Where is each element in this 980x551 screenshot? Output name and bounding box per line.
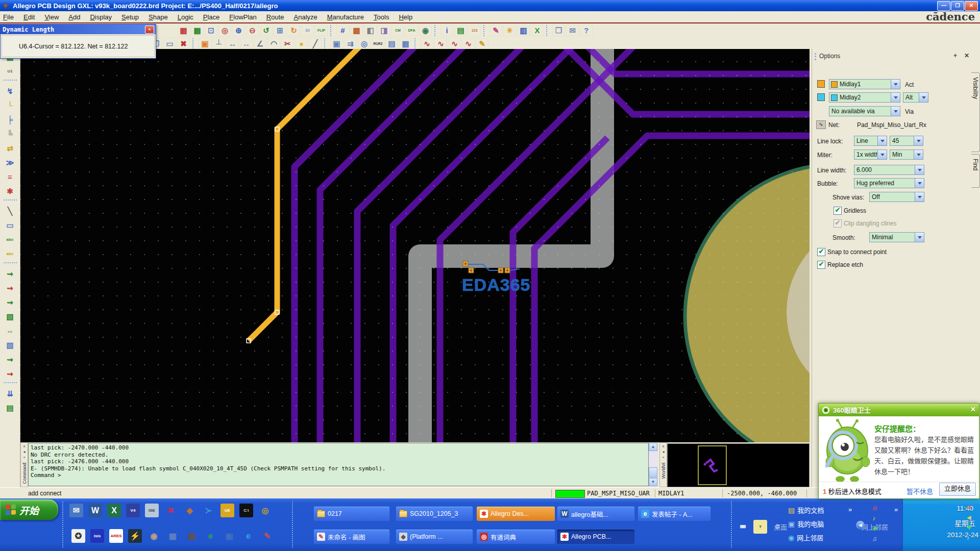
menu-edit[interactable]: Edit <box>23 13 35 21</box>
cut-icon[interactable]: ✂ <box>281 38 294 49</box>
pin-icon[interactable]: ┴ <box>212 38 225 49</box>
help-lang-icon[interactable]: ? <box>753 520 767 534</box>
v4-icon[interactable]: V4 <box>126 504 140 517</box>
shove-vias-arrow[interactable] <box>915 192 924 202</box>
zoom-fit-icon[interactable]: ⊞ <box>274 24 286 36</box>
angle-icon[interactable]: ∠ <box>254 38 266 49</box>
taskbar-button-allegro-pcb-[interactable]: ✱Allegro PCB... <box>557 530 634 544</box>
zoom-in-icon[interactable]: ⊕ <box>232 24 245 36</box>
rats-icon[interactable]: ⇉ <box>344 38 357 49</box>
scroll-up-icon[interactable]: ▲ <box>649 443 657 451</box>
color-dialog-icon[interactable]: ▩ <box>350 24 363 36</box>
tune-3-icon[interactable]: ∿ <box>448 38 461 49</box>
miter-size-dropdown[interactable]: 1x width <box>854 149 887 160</box>
taskbar-button-allegro-des-[interactable]: ✱Allegro Des... <box>477 507 555 521</box>
console-close-icon[interactable]: x <box>23 444 26 448</box>
menu-flowplan[interactable]: FlowPlan <box>229 13 256 21</box>
word-icon[interactable]: W <box>88 504 102 517</box>
tune-4-icon[interactable]: ∿ <box>462 38 475 49</box>
via-icon[interactable]: ● <box>295 38 308 49</box>
search-icon[interactable]: ◎ <box>258 504 272 517</box>
line-lock-type-arrow[interactable] <box>877 136 887 145</box>
edge-update-icon[interactable]: ⊕ <box>967 504 980 511</box>
menu-place[interactable]: Place <box>203 13 220 21</box>
tab-visibility[interactable]: Visibility <box>971 72 980 152</box>
alt-layer-dropdown[interactable]: Midlay2 <box>829 92 900 103</box>
line-lock-type-dropdown[interactable]: Line <box>854 136 887 146</box>
miter-size-arrow[interactable] <box>877 150 887 159</box>
miter-mode-dropdown[interactable]: Min <box>890 149 923 160</box>
pens-icon[interactable]: ✎ <box>260 529 274 543</box>
fanout-icon[interactable]: ≫ <box>3 156 18 169</box>
alt-dropdown-arrow[interactable] <box>891 93 900 102</box>
add-connect-icon[interactable]: ↯ <box>3 84 18 98</box>
export-mail-icon[interactable]: ✉ <box>566 24 579 36</box>
daemon-icon[interactable]: ⚡ <box>128 529 142 543</box>
act-layer-dropdown[interactable]: Midlay1 <box>829 79 900 89</box>
console-pin-icon[interactable]: + <box>23 455 26 460</box>
dimension-icon[interactable]: ↔ <box>226 38 239 49</box>
worldview-tab[interactable]: WorldVi <box>661 463 666 479</box>
multi-line-icon[interactable]: ≡ <box>3 170 18 184</box>
menu-file[interactable]: File <box>3 13 14 21</box>
console-scrollbar[interactable]: ▲ ▼ <box>649 443 657 486</box>
worldview-strip[interactable]: x ◂ + WorldVi <box>659 442 667 487</box>
menu-add[interactable]: Add <box>68 13 80 21</box>
rest-now-button[interactable]: 立即休息 <box>939 483 976 496</box>
excel-icon[interactable]: X <box>107 504 121 517</box>
dynamic-length-titlebar[interactable]: Dynamic Length ✕ <box>1 24 156 34</box>
menu-manufacture[interactable]: Manufacture <box>327 13 364 21</box>
rectangle-icon[interactable]: ▭ <box>3 218 18 232</box>
taskbar-button-sg2010_1205_3[interactable]: SG2010_1205_3 <box>396 507 473 521</box>
tray-collapse-icon[interactable]: ◀ <box>856 521 865 530</box>
etch-edit-icon[interactable]: ✎ <box>476 38 488 49</box>
menu-help[interactable]: Help <box>399 13 412 21</box>
popup-close-icon[interactable]: ✕ <box>970 406 976 413</box>
menu-route[interactable]: Route <box>266 13 284 21</box>
compare-icon[interactable]: ▤ <box>3 401 18 415</box>
save-drawing-icon[interactable]: ▦ <box>191 24 204 36</box>
taskbar-button--[interactable]: ✎未命名 - 画图 <box>314 530 389 544</box>
shadow-mode-icon[interactable]: ◨ <box>378 24 390 36</box>
open-drawing-icon[interactable]: ▦ <box>177 24 190 36</box>
worldview-map[interactable] <box>667 443 810 487</box>
rest-later-link[interactable]: 暂不休息 <box>906 486 933 496</box>
taskband-grip[interactable] <box>292 502 293 547</box>
view-3d-icon[interactable]: 3D <box>301 24 314 36</box>
stair-route-icon[interactable]: ╚ <box>3 127 18 141</box>
redraw-icon[interactable]: ↻ <box>287 24 300 36</box>
snake-etch-icon[interactable]: ⇝ <box>3 367 18 381</box>
drc-update-icon[interactable]: X <box>531 24 544 36</box>
panel-close-icon[interactable]: ✕ <box>964 52 969 59</box>
show-measure-icon[interactable]: ▤ <box>454 24 467 36</box>
menu-logic[interactable]: Logic <box>178 13 193 21</box>
spread-icon[interactable]: ⇊ <box>3 387 18 400</box>
console-collapse-icon[interactable]: ◂ <box>23 449 25 454</box>
via-dropdown[interactable]: No available via <box>829 106 900 116</box>
dimension2-icon[interactable]: ↔ <box>240 38 253 49</box>
taskbar-button--a-[interactable]: e发表帖子 - A... <box>638 507 710 521</box>
zoom-mode-icon[interactable]: ⊡ <box>205 24 217 36</box>
tune-2-icon[interactable]: ∿ <box>434 38 447 49</box>
delete-icon[interactable]: ✖ <box>177 38 190 49</box>
grid-toggle-icon[interactable]: # <box>336 24 349 36</box>
constraint-manager-icon[interactable]: CM <box>391 24 404 36</box>
desktop-link-my-computer[interactable]: ▣我的电脑 <box>788 519 824 529</box>
command-strip[interactable]: x ◂ + Command <box>20 442 28 487</box>
network-chevron[interactable]: » <box>894 506 898 513</box>
desktop-link-network-places[interactable]: ◉网上邻居 <box>788 533 823 542</box>
arc-icon[interactable]: ◠ <box>267 38 280 49</box>
cross-section-icon[interactable]: ◉ <box>419 24 432 36</box>
console-text[interactable]: last pick: -2470.000 -440.000 No DRC err… <box>28 443 649 486</box>
cmd-icon[interactable]: C:\ <box>239 504 253 517</box>
table-icon[interactable]: ▦ <box>399 38 412 49</box>
zoom-previous-icon[interactable]: ↺ <box>260 24 273 36</box>
browser360-icon[interactable]: e <box>204 529 217 543</box>
copy-icon[interactable]: ▣ <box>330 38 343 49</box>
tray-audio-icon[interactable]: ♫ <box>872 535 877 542</box>
via-dropdown-arrow[interactable] <box>891 107 900 116</box>
dynamic-length-window[interactable]: Dynamic Length ✕ U6.4-Cursor = 812.122. … <box>0 24 156 59</box>
miter-mode-arrow[interactable] <box>914 150 923 159</box>
worldview-collapse-icon[interactable]: ◂ <box>662 449 664 454</box>
menu-shape[interactable]: Shape <box>149 13 168 21</box>
